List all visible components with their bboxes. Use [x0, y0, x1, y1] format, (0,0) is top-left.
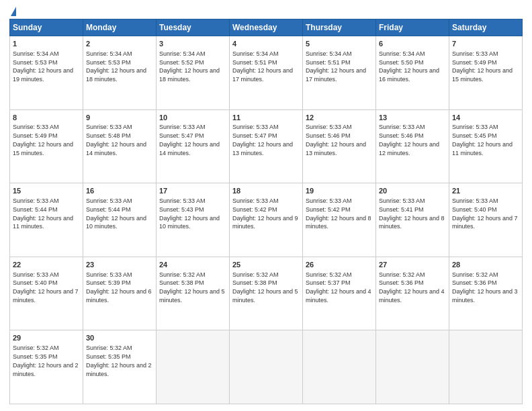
calendar-cell: 3Sunrise: 5:34 AMSunset: 5:52 PMDaylight… — [157, 36, 230, 110]
day-sunrise: Sunrise: 5:33 AMSunset: 5:46 PMDaylight:… — [379, 124, 439, 156]
calendar-cell: 28Sunrise: 5:32 AMSunset: 5:36 PMDayligh… — [449, 257, 523, 330]
day-number: 25 — [232, 260, 300, 270]
day-number: 20 — [379, 186, 446, 196]
day-sunrise: Sunrise: 5:32 AMSunset: 5:37 PMDaylight:… — [306, 271, 371, 304]
calendar-cell: 13Sunrise: 5:33 AMSunset: 5:46 PMDayligh… — [376, 109, 449, 183]
calendar-cell: 25Sunrise: 5:32 AMSunset: 5:38 PMDayligh… — [230, 257, 303, 330]
day-number: 2 — [86, 39, 153, 49]
calendar-cell: 23Sunrise: 5:33 AMSunset: 5:39 PMDayligh… — [83, 257, 157, 330]
calendar-cell: 11Sunrise: 5:33 AMSunset: 5:47 PMDayligh… — [230, 109, 303, 183]
day-number: 14 — [452, 113, 519, 123]
calendar-cell: 26Sunrise: 5:32 AMSunset: 5:37 PMDayligh… — [303, 257, 376, 330]
calendar-table: SundayMondayTuesdayWednesdayThursdayFrid… — [9, 19, 523, 404]
day-sunrise: Sunrise: 5:32 AMSunset: 5:36 PMDaylight:… — [452, 271, 518, 304]
day-sunrise: Sunrise: 5:32 AMSunset: 5:35 PMDaylight:… — [13, 345, 79, 377]
calendar-cell: 17Sunrise: 5:33 AMSunset: 5:43 PMDayligh… — [157, 183, 230, 257]
calendar-cell: 15Sunrise: 5:33 AMSunset: 5:44 PMDayligh… — [10, 183, 83, 257]
day-number: 3 — [159, 39, 226, 49]
calendar-cell: 1Sunrise: 5:34 AMSunset: 5:53 PMDaylight… — [10, 36, 83, 110]
calendar-cell: 21Sunrise: 5:33 AMSunset: 5:40 PMDayligh… — [449, 183, 523, 257]
day-sunrise: Sunrise: 5:33 AMSunset: 5:40 PMDaylight:… — [452, 197, 518, 230]
calendar-cell — [303, 330, 376, 404]
day-number: 22 — [13, 260, 80, 270]
day-number: 7 — [452, 39, 519, 49]
day-sunrise: Sunrise: 5:33 AMSunset: 5:47 PMDaylight:… — [159, 124, 220, 156]
page: SundayMondayTuesdayWednesdayThursdayFrid… — [0, 0, 532, 411]
day-number: 12 — [306, 113, 373, 123]
calendar-cell — [230, 330, 303, 404]
day-number: 23 — [86, 260, 153, 270]
day-sunrise: Sunrise: 5:33 AMSunset: 5:42 PMDaylight:… — [232, 197, 298, 230]
calendar-week-4: 22Sunrise: 5:33 AMSunset: 5:40 PMDayligh… — [10, 257, 523, 330]
day-sunrise: Sunrise: 5:34 AMSunset: 5:50 PMDaylight:… — [379, 50, 439, 83]
day-sunrise: Sunrise: 5:33 AMSunset: 5:41 PMDaylight:… — [379, 197, 445, 230]
calendar-cell: 9Sunrise: 5:33 AMSunset: 5:48 PMDaylight… — [83, 109, 157, 183]
calendar-header-sunday: Sunday — [10, 19, 83, 36]
day-number: 21 — [452, 186, 519, 196]
day-number: 16 — [86, 186, 153, 196]
day-number: 24 — [159, 260, 226, 270]
calendar-cell: 10Sunrise: 5:33 AMSunset: 5:47 PMDayligh… — [157, 109, 230, 183]
header — [9, 7, 523, 16]
day-number: 11 — [232, 113, 300, 123]
calendar-week-3: 15Sunrise: 5:33 AMSunset: 5:44 PMDayligh… — [10, 183, 523, 257]
calendar-header-tuesday: Tuesday — [157, 19, 230, 36]
logo-blue — [9, 7, 16, 16]
day-sunrise: Sunrise: 5:33 AMSunset: 5:45 PMDaylight:… — [452, 124, 513, 156]
calendar-header-wednesday: Wednesday — [230, 19, 303, 36]
day-sunrise: Sunrise: 5:33 AMSunset: 5:49 PMDaylight:… — [13, 124, 73, 156]
day-sunrise: Sunrise: 5:33 AMSunset: 5:42 PMDaylight:… — [306, 197, 371, 230]
calendar-cell: 30Sunrise: 5:32 AMSunset: 5:35 PMDayligh… — [83, 330, 157, 404]
logo — [9, 7, 16, 16]
day-number: 10 — [159, 113, 226, 123]
calendar-cell: 20Sunrise: 5:33 AMSunset: 5:41 PMDayligh… — [376, 183, 449, 257]
day-number: 9 — [86, 113, 153, 123]
calendar-header-row: SundayMondayTuesdayWednesdayThursdayFrid… — [10, 19, 523, 36]
calendar-cell: 8Sunrise: 5:33 AMSunset: 5:49 PMDaylight… — [10, 109, 83, 183]
day-number: 8 — [13, 113, 80, 123]
day-sunrise: Sunrise: 5:33 AMSunset: 5:44 PMDaylight:… — [13, 197, 73, 230]
day-sunrise: Sunrise: 5:33 AMSunset: 5:49 PMDaylight:… — [452, 50, 513, 83]
day-sunrise: Sunrise: 5:33 AMSunset: 5:44 PMDaylight:… — [86, 197, 146, 230]
day-sunrise: Sunrise: 5:34 AMSunset: 5:51 PMDaylight:… — [306, 50, 366, 83]
day-sunrise: Sunrise: 5:34 AMSunset: 5:51 PMDaylight:… — [232, 50, 293, 83]
calendar-header-saturday: Saturday — [449, 19, 523, 36]
day-number: 5 — [306, 39, 373, 49]
calendar-header-friday: Friday — [376, 19, 449, 36]
day-number: 13 — [379, 113, 446, 123]
calendar-cell: 14Sunrise: 5:33 AMSunset: 5:45 PMDayligh… — [449, 109, 523, 183]
day-number: 26 — [306, 260, 373, 270]
day-number: 1 — [13, 39, 80, 49]
calendar-cell: 5Sunrise: 5:34 AMSunset: 5:51 PMDaylight… — [303, 36, 376, 110]
calendar-cell: 2Sunrise: 5:34 AMSunset: 5:53 PMDaylight… — [83, 36, 157, 110]
day-sunrise: Sunrise: 5:34 AMSunset: 5:53 PMDaylight:… — [13, 50, 73, 83]
calendar-cell — [157, 330, 230, 404]
day-sunrise: Sunrise: 5:34 AMSunset: 5:53 PMDaylight:… — [86, 50, 146, 83]
calendar-week-2: 8Sunrise: 5:33 AMSunset: 5:49 PMDaylight… — [10, 109, 523, 183]
calendar-cell: 7Sunrise: 5:33 AMSunset: 5:49 PMDaylight… — [449, 36, 523, 110]
calendar-cell: 22Sunrise: 5:33 AMSunset: 5:40 PMDayligh… — [10, 257, 83, 330]
day-number: 6 — [379, 39, 446, 49]
calendar-cell: 27Sunrise: 5:32 AMSunset: 5:36 PMDayligh… — [376, 257, 449, 330]
day-sunrise: Sunrise: 5:33 AMSunset: 5:39 PMDaylight:… — [86, 271, 152, 304]
calendar-cell — [449, 330, 523, 404]
calendar-week-5: 29Sunrise: 5:32 AMSunset: 5:35 PMDayligh… — [10, 330, 523, 404]
day-number: 4 — [232, 39, 300, 49]
day-number: 17 — [159, 186, 226, 196]
day-number: 28 — [452, 260, 519, 270]
calendar-cell: 18Sunrise: 5:33 AMSunset: 5:42 PMDayligh… — [230, 183, 303, 257]
day-number: 19 — [306, 186, 373, 196]
calendar-cell: 16Sunrise: 5:33 AMSunset: 5:44 PMDayligh… — [83, 183, 157, 257]
calendar-week-1: 1Sunrise: 5:34 AMSunset: 5:53 PMDaylight… — [10, 36, 523, 110]
calendar-cell: 12Sunrise: 5:33 AMSunset: 5:46 PMDayligh… — [303, 109, 376, 183]
day-sunrise: Sunrise: 5:33 AMSunset: 5:46 PMDaylight:… — [306, 124, 366, 156]
day-sunrise: Sunrise: 5:32 AMSunset: 5:38 PMDaylight:… — [159, 271, 225, 304]
day-sunrise: Sunrise: 5:32 AMSunset: 5:35 PMDaylight:… — [86, 345, 152, 377]
calendar-cell: 29Sunrise: 5:32 AMSunset: 5:35 PMDayligh… — [10, 330, 83, 404]
day-number: 30 — [86, 333, 153, 343]
day-number: 29 — [13, 333, 80, 343]
day-number: 18 — [232, 186, 300, 196]
day-number: 15 — [13, 186, 80, 196]
day-sunrise: Sunrise: 5:34 AMSunset: 5:52 PMDaylight:… — [159, 50, 220, 83]
calendar-header-monday: Monday — [83, 19, 157, 36]
